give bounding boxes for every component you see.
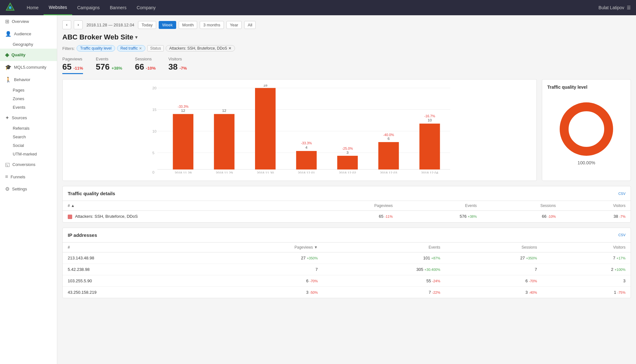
sidebar-item-search[interactable]: Search: [0, 133, 57, 141]
sidebar-item-behavior[interactable]: 🚶 Behavior: [0, 73, 57, 86]
sidebar-item-referrals[interactable]: Referrals: [0, 124, 57, 133]
logo: [5, 3, 15, 13]
filter-status-label: Status: [147, 45, 164, 52]
filters-label: Filters:: [62, 46, 75, 51]
ip-td-sessions: 3 -40%: [445, 286, 542, 298]
filter-remove-red[interactable]: ✕: [139, 46, 142, 51]
nav-company[interactable]: Company: [132, 0, 161, 15]
period-all[interactable]: All: [244, 21, 256, 29]
sidebar-item-geography[interactable]: Geography: [0, 40, 57, 49]
ip-td-events: 55 -24%: [323, 275, 445, 286]
site-title[interactable]: ABC Broker Web Site ▾: [62, 33, 631, 41]
stat-sessions-value: 66 -10%: [135, 62, 156, 72]
stat-visitors: Visitors 38 -7%: [169, 57, 187, 74]
svg-text:0: 0: [152, 170, 155, 174]
sidebar-item-events[interactable]: Events: [0, 103, 57, 112]
filter-status-tag: Attackers: SSH, Bruteforce, DDoS ✕: [166, 45, 235, 52]
bar-3: [255, 88, 276, 169]
sidebar-label-sources: Sources: [12, 115, 27, 120]
ip-table-row: 213.143.48.98 27 +350% 101 +87% 27 +350%…: [63, 252, 631, 264]
prev-period-button[interactable]: ‹: [62, 20, 71, 29]
sidebar-item-sources[interactable]: ✦ Sources: [0, 112, 57, 124]
ip-td-pageviews: 27 +350%: [203, 252, 323, 264]
stat-pageviews-label: Pageviews: [62, 57, 83, 61]
sidebar-item-quality[interactable]: ◈ Quality: [0, 49, 57, 61]
nav-home[interactable]: Home: [22, 0, 44, 15]
svg-text:2018.12.01: 2018.12.01: [298, 171, 315, 174]
ip-td-pageviews: 3 -50%: [203, 286, 323, 298]
stat-events-value: 576 +38%: [96, 62, 122, 72]
td-name: Attackers: SSH, Bruteforce, DDoS: [63, 211, 310, 222]
svg-text:2018.11.30: 2018.11.30: [257, 171, 274, 174]
svg-text:10: 10: [152, 129, 157, 134]
next-period-button[interactable]: ›: [74, 20, 83, 29]
content-grid: 20 15 10 5 0 12 -33.3% 2: [62, 79, 631, 181]
traffic-quality-data: # ▲ Pageviews Events Sessions Visitors A…: [63, 201, 631, 222]
stat-events-change: +38%: [112, 66, 122, 71]
period-month[interactable]: Month: [179, 21, 197, 29]
stat-visitors-value: 38 -7%: [169, 62, 187, 72]
ip-td-events: 101 +87%: [323, 252, 445, 264]
sidebar-label-settings: Settings: [12, 187, 27, 191]
sidebar-item-utm[interactable]: UTM-marked: [0, 150, 57, 158]
ip-td-events: 305 +30.400%: [323, 264, 445, 275]
period-today[interactable]: Today: [138, 21, 156, 29]
traffic-quality-header: Traffic quality details CSV: [63, 186, 631, 201]
svg-point-2: [9, 6, 11, 9]
svg-text:-25.0%: -25.0%: [342, 147, 353, 150]
sidebar-item-funnels[interactable]: ≡ Funnels: [0, 171, 57, 183]
nav-banners[interactable]: Banners: [105, 0, 132, 15]
sources-icon: ✦: [5, 115, 9, 121]
bar-7: [419, 124, 440, 169]
date-range: 2018.11.28 — 2018.12.04: [86, 23, 134, 27]
td-pageviews: 65 -11%: [310, 211, 398, 222]
period-3months[interactable]: 3 months: [200, 21, 224, 29]
ip-addresses-csv[interactable]: CSV: [618, 233, 626, 237]
user-menu[interactable]: Bulat Latipov ☰: [598, 5, 631, 10]
svg-text:20: 20: [152, 86, 157, 90]
bar-6: [378, 142, 399, 169]
user-name: Bulat Latipov: [598, 5, 624, 10]
period-week[interactable]: Week: [159, 21, 176, 29]
nav-campaigns[interactable]: Campaigns: [72, 0, 105, 15]
sidebar-item-pages[interactable]: Pages: [0, 86, 57, 94]
th-num: # ▲: [63, 201, 310, 211]
stat-visitors-change: -7%: [180, 66, 187, 71]
nav-websites[interactable]: Websites: [44, 0, 72, 15]
ip-table-row: 103.255.5.90 6 -70% 55 -24% 6 -70% 3: [63, 275, 631, 286]
settings-icon: ⚙: [5, 186, 10, 192]
sidebar-item-social[interactable]: Social: [0, 141, 57, 150]
sidebar-item-zones[interactable]: Zones: [0, 94, 57, 103]
svg-text:4: 4: [305, 145, 308, 150]
svg-point-32: [564, 107, 609, 151]
svg-text:2018.11.29: 2018.11.29: [216, 171, 233, 174]
stat-events: Events 576 +38%: [96, 57, 122, 74]
ip-th-visitors: Visitors: [542, 243, 631, 252]
donut-title: Traffic quality level: [547, 85, 626, 90]
sidebar-item-conversions[interactable]: ◱ Conversions: [0, 158, 57, 171]
traffic-quality-csv[interactable]: CSV: [618, 192, 626, 196]
stat-sessions-change: -10%: [146, 66, 156, 71]
ip-td-ip: 213.143.48.98: [63, 252, 203, 264]
bar-2: [214, 114, 235, 169]
sidebar-item-mql5[interactable]: 🎓 MQL5.community: [0, 61, 57, 73]
ip-header-row: # Pageviews ▼ Events Sessions Visitors: [63, 243, 631, 252]
ip-td-ip: 103.255.5.90: [63, 275, 203, 286]
ip-table-row: 43.250.158.219 3 -50% 7 -22% 3 -40% 1 -7…: [63, 286, 631, 298]
sidebar-label-conversions: Conversions: [12, 162, 35, 167]
table-row: Attackers: SSH, Bruteforce, DDoS 65 -11%…: [63, 211, 631, 222]
td-visitors: 38 -7%: [561, 211, 631, 222]
sidebar-item-settings[interactable]: ⚙ Settings: [0, 183, 57, 195]
sidebar-item-audience[interactable]: 👤 Audience: [0, 28, 57, 40]
ip-th-pageviews[interactable]: Pageviews ▼: [203, 243, 323, 252]
period-year[interactable]: Year: [226, 21, 242, 29]
user-menu-icon: ☰: [627, 5, 631, 10]
bar-1: [173, 114, 194, 169]
sidebar-label-quality: Quality: [11, 52, 25, 57]
conversions-icon: ◱: [5, 161, 10, 168]
sidebar-item-overview[interactable]: ⊞ Overview: [0, 15, 57, 28]
filter-status-remove[interactable]: ✕: [228, 46, 232, 51]
mql5-icon: 🎓: [5, 64, 11, 70]
td-sessions: 66 -10%: [482, 211, 561, 222]
donut-percent: 100.00%: [577, 160, 595, 165]
